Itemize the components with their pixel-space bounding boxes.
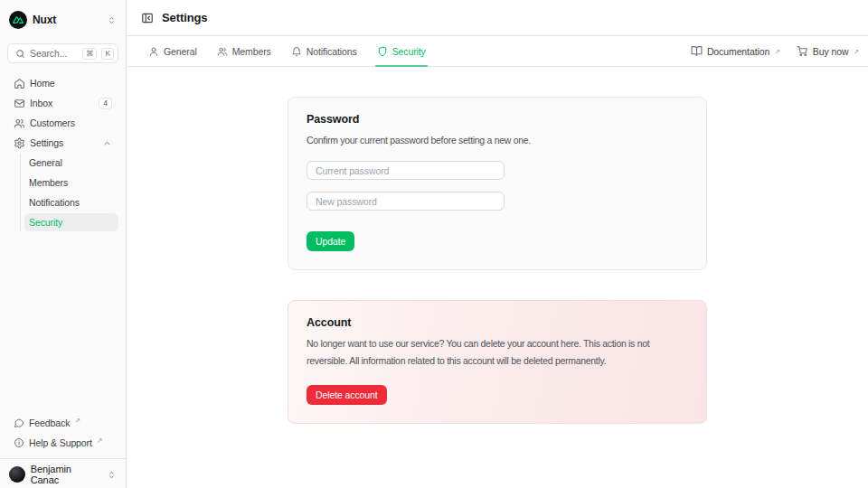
chevrons-up-down-icon [107,15,117,25]
documentation-link[interactable]: Documentation ↗ [691,45,780,57]
buy-now-link[interactable]: Buy now ↗ [797,45,859,57]
shield-icon [377,46,388,57]
current-password-field[interactable] [307,161,505,180]
inbox-count-badge: 4 [99,98,112,109]
tabs-actions: Documentation ↗ Buy now ↗ [691,45,859,57]
tab-notifications[interactable]: Notifications [291,36,357,66]
sidebar-nav: Home Inbox 4 Customers Settings [0,74,126,233]
documentation-label: Documentation [707,46,769,57]
sidebar-item-notifications[interactable]: Notifications [24,193,118,211]
password-card: Password Confirm your current password b… [288,97,707,270]
workspace-selector[interactable]: Nuxt [7,9,118,31]
tab-general[interactable]: General [148,36,197,66]
external-link-icon: ↗ [74,417,80,425]
sidebar-divider [0,458,126,459]
sidebar: Nuxt Search... ⌘ K Home Inbox 4 [0,0,127,488]
sidebar-item-settings[interactable]: Settings [7,134,118,152]
panel-left-close-icon[interactable] [141,12,154,24]
tab-security[interactable]: Security [377,36,426,66]
update-button[interactable]: Update [307,231,354,251]
sub-item-label: Notifications [29,197,80,208]
nuxt-logo-icon [9,11,27,29]
settings-submenu: General Members Notifications Security [20,154,118,231]
sub-item-label: Members [29,177,68,188]
user-icon [148,46,159,57]
chevrons-up-down-icon [107,470,117,480]
account-card-title: Account [307,316,688,329]
workspace-name: Nuxt [33,14,56,26]
sidebar-item-inbox[interactable]: Inbox 4 [7,94,118,112]
sub-item-label: General [29,157,62,168]
chat-bubble-icon [14,418,24,428]
users-icon [217,46,228,57]
tab-label: Security [392,46,426,57]
buy-now-label: Buy now [813,46,849,57]
external-link-icon: ↗ [853,48,859,56]
content-area: Password Confirm your current password b… [127,67,868,488]
cart-icon [797,45,808,57]
help-support-link[interactable]: Help & Support ↗ [7,434,118,452]
user-name: Benjamin Canac [31,464,101,485]
bell-icon [291,46,302,57]
sidebar-item-label: Inbox [30,98,52,108]
page-header: Settings [127,0,868,36]
tab-label: Members [232,46,271,57]
sidebar-spacer [0,233,126,414]
info-circle-icon [14,437,24,448]
sidebar-item-security[interactable]: Security [24,213,118,231]
tab-label: Notifications [307,46,357,57]
external-link-icon: ↗ [774,48,780,56]
feedback-label: Feedback [29,418,70,428]
search-input[interactable]: Search... ⌘ K [7,43,118,63]
tab-label: General [164,46,197,57]
sidebar-item-home[interactable]: Home [7,74,118,92]
sidebar-item-label: Home [30,78,55,89]
users-icon [14,117,25,129]
book-open-icon [691,45,703,57]
user-menu[interactable]: Benjamin Canac [7,465,118,484]
password-card-description: Confirm your current password before set… [307,132,688,148]
sidebar-item-customers[interactable]: Customers [7,114,118,132]
sidebar-item-members[interactable]: Members [24,174,118,192]
help-support-label: Help & Support [29,437,92,448]
kbd-cmd: ⌘ [82,48,97,60]
password-card-title: Password [307,113,688,126]
external-link-icon: ↗ [97,436,103,445]
home-icon [14,78,25,89]
account-card: Account No longer want to use our servic… [288,300,707,424]
search-icon [15,49,25,59]
search-placeholder: Search... [30,48,78,59]
new-password-field[interactable] [307,192,505,211]
inbox-icon [14,98,25,109]
avatar [9,466,25,483]
page-title: Settings [162,11,207,24]
sidebar-item-label: Settings [30,137,63,148]
delete-account-button[interactable]: Delete account [307,385,387,405]
sub-item-label: Security [29,217,62,228]
tab-members[interactable]: Members [217,36,271,66]
gear-icon [14,137,25,149]
chevron-up-icon [102,138,112,148]
feedback-link[interactable]: Feedback ↗ [7,414,118,432]
tabs-bar: General Members Notifications Security [127,36,868,67]
account-card-description: No longer want to use our service? You c… [307,335,688,370]
sidebar-footer-links: Feedback ↗ Help & Support ↗ [0,414,126,454]
sidebar-item-general[interactable]: General [24,154,118,172]
sidebar-item-label: Customers [30,117,75,128]
kbd-k: K [101,48,114,60]
main-area: Settings General Members Notifications S… [127,0,868,488]
